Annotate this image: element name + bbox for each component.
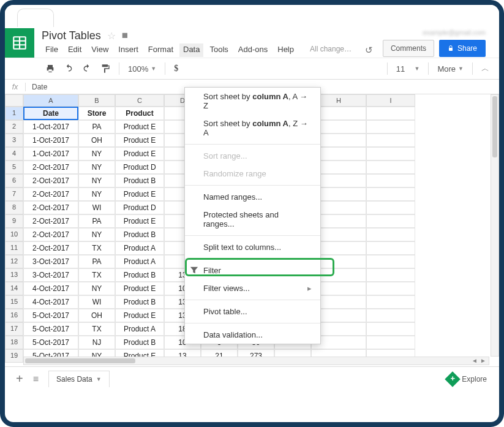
row-header[interactable]: 6 [5,174,23,187]
menu-edit[interactable]: Edit [64,43,85,57]
cell[interactable]: Product E [115,187,164,201]
redo-button[interactable] [78,61,96,76]
scroll-right-icon[interactable]: ► [479,357,487,365]
cell[interactable]: 2-Oct-2017 [23,201,78,214]
cell[interactable]: 2-Oct-2017 [23,214,78,228]
cell[interactable]: WI [78,201,115,214]
paint-format-button[interactable] [97,61,114,76]
cell[interactable] [366,336,415,349]
formula-bar[interactable]: Date [26,83,47,91]
cell[interactable]: Product B [115,174,164,187]
row-header[interactable]: 11 [5,241,23,255]
row-header[interactable]: 8 [5,201,23,214]
menu-data-validation[interactable]: Data validation... [185,326,320,344]
cell[interactable]: NY [78,282,115,295]
cell[interactable]: Product E [115,147,164,161]
row-header[interactable]: 2 [5,120,23,134]
cell[interactable] [366,120,415,134]
cell[interactable]: Product D [115,201,164,214]
menu-split-text[interactable]: Split text to columns... [185,238,320,256]
vertical-scrollbar[interactable] [491,94,499,357]
cell[interactable]: 5-Oct-2017 [23,336,78,349]
document-title[interactable]: Pivot Tables [42,29,101,42]
browser-tab[interactable] [17,9,54,27]
cell[interactable]: 3-Oct-2017 [23,268,78,282]
menu-tools[interactable]: Tools [206,43,231,57]
menu-format[interactable]: Format [145,43,177,57]
cell[interactable]: 5-Oct-2017 [23,309,78,322]
cell[interactable]: Product B [115,336,164,349]
menu-filter[interactable]: Filter [185,262,320,279]
cell[interactable] [366,241,415,255]
all-sheets-button[interactable]: ≡ [28,374,43,385]
cell[interactable] [366,268,415,282]
column-header[interactable]: C [115,94,164,107]
row-header[interactable]: 18 [5,336,23,349]
zoom-select[interactable]: 100% ▼ [124,62,160,76]
cell[interactable] [366,309,415,322]
cell[interactable]: 4-Oct-2017 [23,282,78,295]
row-header[interactable]: 19 [5,349,23,363]
cell[interactable]: NY [78,187,115,201]
horizontal-scrollbar[interactable]: ◄ ► [23,357,489,365]
cell[interactable]: OH [78,309,115,322]
cell[interactable]: Product A [115,255,164,268]
cell[interactable]: NY [78,161,115,174]
cell[interactable]: Product A [115,322,164,336]
cell[interactable]: NY [78,228,115,241]
share-button[interactable]: Share [439,40,486,57]
cell[interactable]: 1-Oct-2017 [23,120,78,134]
cell[interactable] [366,161,415,174]
cell[interactable] [366,174,415,187]
menu-sort-za[interactable]: Sort sheet by column A, Z → A [185,115,320,142]
cell[interactable] [366,322,415,336]
column-header[interactable]: B [78,94,115,107]
cell[interactable]: TX [78,322,115,336]
row-header[interactable]: 4 [5,147,23,161]
menu-protected[interactable]: Protected sheets and ranges... [185,206,320,233]
cell[interactable]: PA [78,120,115,134]
history-icon[interactable]: ↺ [361,43,377,57]
cell[interactable]: Product B [115,228,164,241]
menu-insert[interactable]: Insert [115,43,142,57]
cell[interactable] [366,214,415,228]
column-header[interactable]: A [23,94,78,107]
cell[interactable]: Product A [115,241,164,255]
menu-named-ranges[interactable]: Named ranges... [185,188,320,206]
cell[interactable]: 3-Oct-2017 [23,255,78,268]
cell[interactable] [366,187,415,201]
row-header[interactable]: 7 [5,187,23,201]
cell[interactable]: Product [115,107,164,120]
cell[interactable]: TX [78,268,115,282]
currency-button[interactable]: $ [170,61,182,76]
cell[interactable]: Product B [115,295,164,309]
cell[interactable]: Product D [115,161,164,174]
cell[interactable]: 2-Oct-2017 [23,187,78,201]
menu-sort-range[interactable]: Sort range... [185,147,320,165]
account-email[interactable]: example@gmail.com [423,29,486,36]
folder-icon[interactable]: ■ [122,29,128,42]
print-button[interactable] [42,61,59,76]
cell[interactable]: Product E [115,120,164,134]
cell[interactable] [366,147,415,161]
grid-corner[interactable] [5,94,23,107]
row-header[interactable]: 10 [5,228,23,241]
cell[interactable] [366,295,415,309]
menu-view[interactable]: View [88,43,112,57]
cell[interactable]: Product E [115,214,164,228]
cell[interactable]: NY [78,174,115,187]
menu-data[interactable]: Data [179,43,203,57]
row-header[interactable]: 16 [5,309,23,322]
row-header[interactable]: 3 [5,134,23,147]
cell[interactable]: Date [23,107,78,120]
cell[interactable]: TX [78,241,115,255]
collapse-toolbar-button[interactable]: ︿ [478,61,493,77]
undo-button[interactable] [60,61,77,76]
menu-file[interactable]: File [42,43,62,57]
menu-randomize[interactable]: Randomize range [185,165,320,183]
cell[interactable] [366,255,415,268]
row-header[interactable]: 12 [5,255,23,268]
cell[interactable] [366,282,415,295]
cell[interactable]: 2-Oct-2017 [23,161,78,174]
cell[interactable]: OH [78,134,115,147]
